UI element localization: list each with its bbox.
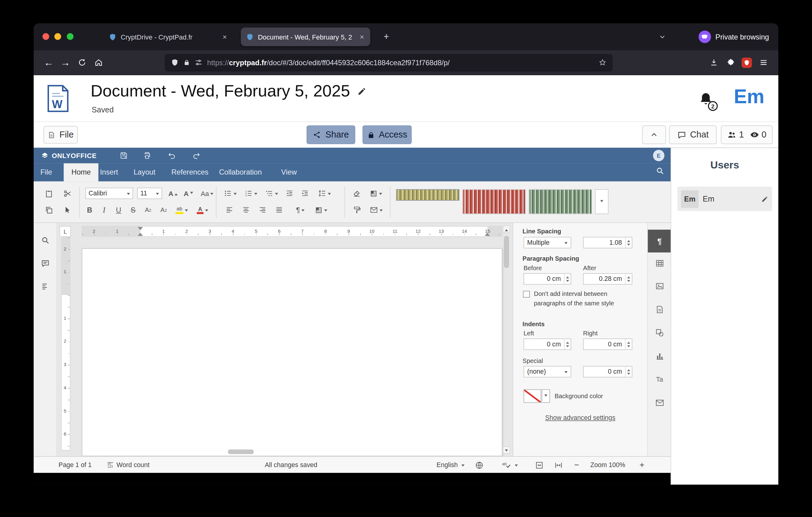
redo-button[interactable] — [190, 149, 203, 162]
indent-right-input[interactable]: 0 cm — [583, 338, 632, 350]
spinner-arrows[interactable] — [564, 274, 571, 284]
chat-button[interactable]: Chat — [669, 126, 717, 144]
menu-file[interactable]: File — [40, 163, 52, 181]
multilevel-list-button[interactable] — [262, 188, 280, 199]
no-interval-checkbox[interactable] — [523, 291, 530, 298]
fit-page-button[interactable] — [535, 457, 544, 473]
zoom-level[interactable]: Zoom 100% — [590, 457, 626, 473]
horizontal-scrollbar-thumb[interactable] — [228, 449, 254, 454]
horizontal-ruler[interactable]: 21123456789101112131415 — [82, 226, 502, 237]
underline-button[interactable]: U — [112, 204, 125, 216]
collapse-toolbar-button[interactable] — [642, 126, 666, 144]
edit-name-pencil-icon[interactable] — [761, 195, 768, 202]
spinner-arrows[interactable] — [564, 339, 571, 350]
spinner-arrows[interactable] — [625, 339, 632, 350]
editor-search-button[interactable] — [656, 166, 665, 175]
navigation-button[interactable] — [39, 280, 51, 293]
ublock-button[interactable] — [738, 54, 755, 71]
access-button[interactable]: Access — [362, 126, 412, 144]
left-indent-marker[interactable] — [138, 230, 143, 236]
tracking-shield-icon[interactable] — [171, 58, 179, 66]
superscript-button[interactable]: A2 — [141, 204, 155, 216]
align-center-button[interactable] — [240, 204, 253, 216]
share-button[interactable]: Share — [307, 126, 355, 144]
special-select[interactable]: (none) — [523, 366, 571, 377]
subscript-button[interactable]: A2 — [157, 204, 170, 216]
extensions-button[interactable] — [722, 54, 738, 71]
undo-button[interactable] — [166, 149, 178, 162]
advanced-settings-link[interactable]: Show advanced settings — [513, 414, 647, 421]
tab-close-icon[interactable]: × — [222, 33, 228, 41]
spinner-arrows[interactable] — [625, 274, 632, 284]
macos-zoom-button[interactable] — [67, 33, 74, 40]
line-spacing-button[interactable] — [315, 188, 333, 199]
user-list-item[interactable]: Em Em — [677, 187, 772, 211]
file-menu-button[interactable]: File — [44, 126, 78, 144]
menu-layout[interactable]: Layout — [134, 163, 155, 181]
mail-merge-button[interactable] — [367, 204, 385, 216]
tab-stop-selector[interactable]: L — [60, 226, 71, 237]
copy-button[interactable] — [42, 204, 55, 216]
image-settings-tab[interactable] — [648, 275, 671, 297]
spinner-arrows[interactable] — [625, 366, 632, 377]
scrollbar-thumb[interactable] — [504, 236, 509, 268]
scroll-down-button[interactable] — [503, 446, 510, 454]
chart-settings-tab[interactable] — [648, 345, 671, 368]
forward-button[interactable]: → — [57, 54, 74, 71]
macos-minimize-button[interactable] — [55, 33, 61, 40]
find-button[interactable] — [39, 234, 51, 246]
styles-gallery-expand-button[interactable] — [595, 189, 609, 214]
style-preview-normal[interactable] — [396, 189, 459, 200]
lock-icon[interactable] — [183, 59, 190, 66]
line-spacing-select[interactable]: Multiple — [523, 237, 571, 248]
rename-pencil-icon[interactable] — [357, 86, 367, 96]
copy-style-button[interactable] — [351, 204, 363, 216]
zoom-out-button[interactable]: − — [574, 457, 579, 473]
header-footer-settings-tab[interactable] — [648, 298, 671, 321]
home-button[interactable] — [90, 54, 107, 71]
align-justify-button[interactable] — [273, 204, 286, 216]
clear-style-button[interactable] — [351, 188, 363, 199]
text-art-settings-tab[interactable]: Ta — [648, 368, 671, 390]
menu-button[interactable] — [755, 54, 772, 71]
word-count-button[interactable]: Word count — [106, 457, 150, 473]
table-settings-tab[interactable] — [648, 252, 671, 275]
spacing-before-input[interactable]: 0 cm — [523, 273, 571, 284]
style-preview-heading[interactable] — [529, 189, 592, 214]
decrease-font-button[interactable]: A — [182, 188, 195, 199]
account-avatar[interactable]: Em — [734, 85, 764, 108]
numbering-button[interactable] — [242, 188, 259, 199]
downloads-button[interactable] — [705, 54, 722, 71]
special-amount-input[interactable]: 0 cm — [583, 366, 632, 377]
quick-print-button[interactable] — [141, 149, 153, 162]
spellcheck-button[interactable] — [501, 457, 518, 473]
list-all-tabs-button[interactable] — [656, 30, 669, 44]
background-color-dropdown[interactable] — [542, 389, 550, 403]
document-language-button[interactable] — [475, 457, 484, 473]
menu-view[interactable]: View — [281, 163, 297, 181]
bookmark-star-icon[interactable] — [599, 58, 606, 66]
back-button[interactable]: ← — [40, 54, 57, 71]
style-preview-no-spacing[interactable] — [462, 189, 525, 214]
fit-width-button[interactable] — [554, 457, 563, 473]
bold-button[interactable]: B — [84, 204, 96, 216]
decrease-indent-button[interactable] — [283, 188, 296, 199]
new-tab-button[interactable]: + — [380, 30, 393, 44]
increase-font-button[interactable]: A — [166, 188, 180, 199]
cut-button[interactable] — [61, 188, 74, 199]
paragraph-settings-tab[interactable]: ¶ — [648, 230, 671, 252]
document-page[interactable] — [82, 248, 502, 456]
tab-cryptdrive[interactable]: CryptDrive - CryptPad.fr × — [104, 28, 233, 46]
menu-insert[interactable]: Insert — [100, 163, 118, 181]
scroll-up-button[interactable] — [503, 225, 510, 233]
shading-button[interactable] — [367, 188, 385, 199]
font-name-select[interactable]: Calibri — [85, 188, 133, 199]
comments-button[interactable] — [39, 257, 51, 270]
align-left-button[interactable] — [223, 204, 236, 216]
vertical-ruler[interactable]: 21123456 — [61, 237, 70, 451]
italic-button[interactable]: I — [98, 204, 111, 216]
paste-button[interactable] — [42, 188, 55, 199]
zoom-in-button[interactable]: + — [639, 457, 644, 473]
document-title[interactable]: Document - Wed, February 5, 2025 — [91, 81, 350, 101]
strikethrough-button[interactable]: S — [127, 204, 140, 216]
